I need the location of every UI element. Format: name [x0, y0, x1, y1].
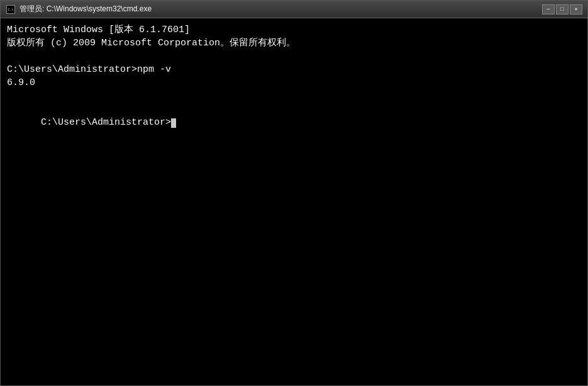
cmd-window: 管理员: C:\Windows\system32\cmd.exe ─ □ ✕ M… — [0, 0, 588, 386]
title-bar: 管理员: C:\Windows\system32\cmd.exe ─ □ ✕ — [1, 1, 587, 18]
close-button[interactable]: ✕ — [570, 4, 582, 14]
terminal-empty-line-2 — [7, 89, 581, 103]
terminal-body[interactable]: Microsoft Windows [版本 6.1.7601] 版权所有 (c)… — [1, 18, 587, 385]
title-bar-text: 管理员: C:\Windows\system32\cmd.exe — [19, 4, 542, 14]
maximize-button[interactable]: □ — [556, 4, 569, 14]
title-bar-controls: ─ □ ✕ — [542, 4, 582, 14]
terminal-line-4: C:\Users\Administrator>npm -v — [7, 63, 581, 76]
terminal-line-7: C:\Users\Administrator> — [7, 103, 581, 142]
terminal-line-1: Microsoft Windows [版本 6.1.7601] — [7, 23, 581, 37]
cursor — [171, 118, 176, 128]
terminal-line-5: 6.9.0 — [7, 76, 581, 89]
terminal-line-2: 版权所有 (c) 2009 Microsoft Corporation。保留所有… — [7, 37, 581, 50]
terminal-empty-line-1 — [7, 50, 581, 63]
minimize-button[interactable]: ─ — [542, 4, 555, 14]
cmd-icon — [6, 4, 16, 14]
terminal-prompt: C:\Users\Administrator> — [41, 117, 171, 128]
